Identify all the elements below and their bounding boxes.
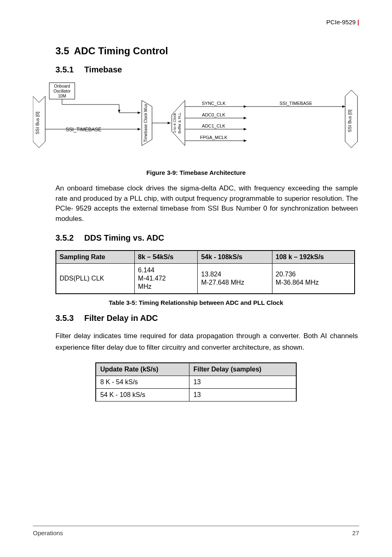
timing-header: 108 k – 192kS/s xyxy=(272,251,355,264)
svg-text:Onboard: Onboard xyxy=(54,84,70,88)
filter-cell: 13 xyxy=(189,388,296,401)
body-paragraph-2: Filter delay indicates time required for… xyxy=(55,330,358,353)
subsection-dds-timing: 3.5.2DDS Timing vs. ADC xyxy=(55,233,359,243)
filter-table: Update Rate (kS/s) Filter Delay (samples… xyxy=(95,362,297,402)
filter-header: Update Rate (kS/s) xyxy=(96,363,189,376)
svg-text:Timebase Clock Mux: Timebase Clock Mux xyxy=(143,104,148,142)
timing-header: Sampling Rate xyxy=(56,251,134,264)
svg-text:10M: 10M xyxy=(58,94,66,98)
svg-text:FPGA_MCLK: FPGA_MCLK xyxy=(200,135,228,140)
filter-cell: 8 K - 54 kS/s xyxy=(96,376,189,388)
timebase-diagram: SSI Bus [0] Onboard Oscillator 10M SSI_T… xyxy=(33,82,359,162)
svg-text:ADC0_CLK: ADC0_CLK xyxy=(202,112,226,117)
body-paragraph-1: An onboard timebase clock drives the sig… xyxy=(55,183,358,224)
subsection-filter-delay: 3.5.3Filter Delay in ADC xyxy=(55,313,359,323)
subsection-timebase: 3.5.1Timebase xyxy=(55,65,359,74)
svg-text:1-to-4 Clock: 1-to-4 Clock xyxy=(173,113,177,133)
svg-text:SSI Bus [0]: SSI Bus [0] xyxy=(347,109,352,132)
timing-table: Sampling Rate 8k – 54kS/s 54k - 108kS/s … xyxy=(55,250,355,294)
timing-cell: 20.736M-36.864 MHz xyxy=(272,263,355,294)
footer-page-number: 27 xyxy=(352,529,359,536)
filter-cell: 54 K - 108 kS/s xyxy=(96,388,189,401)
filter-cell: 13 xyxy=(189,376,296,388)
ssi-bus-left-label: SSI Bus [0] xyxy=(35,111,40,134)
table-caption: Table 3-5: Timing Relationship between A… xyxy=(33,299,359,306)
svg-text:SSI_TIMEBASE: SSI_TIMEBASE xyxy=(279,101,312,106)
timing-cell: 13.824M-27.648 MHz xyxy=(198,263,272,294)
filter-header: Filter Delay (samples) xyxy=(189,363,296,376)
page-footer: Operations 27 xyxy=(33,526,359,536)
figure-caption: Figure 3-9: Timebase Architecture xyxy=(33,169,359,176)
header-product: PCIe-9529 | xyxy=(326,19,359,26)
ssi-bus-right-icon: SSI Bus [0] xyxy=(345,90,357,148)
svg-text:Oscillator: Oscillator xyxy=(53,89,71,93)
svg-text:Buffer & PLL: Buffer & PLL xyxy=(178,113,182,134)
footer-section: Operations xyxy=(33,529,63,536)
svg-text:ADC1_CLK: ADC1_CLK xyxy=(202,123,226,128)
svg-text:SYNC_CLK: SYNC_CLK xyxy=(202,101,226,106)
section-heading: 3.5ADC Timing Control xyxy=(55,45,359,57)
ssi-bus-left-icon: SSI Bus [0] xyxy=(33,96,45,148)
timing-header: 54k - 108kS/s xyxy=(198,251,272,264)
ssi-timebase-left: SSI_TIMEBASE xyxy=(66,127,101,132)
timing-cell: 6.144M-41.472MHz xyxy=(134,263,198,294)
timing-cell: DDS(PLL) CLK xyxy=(56,263,134,294)
timing-header: 8k – 54kS/s xyxy=(134,251,198,264)
